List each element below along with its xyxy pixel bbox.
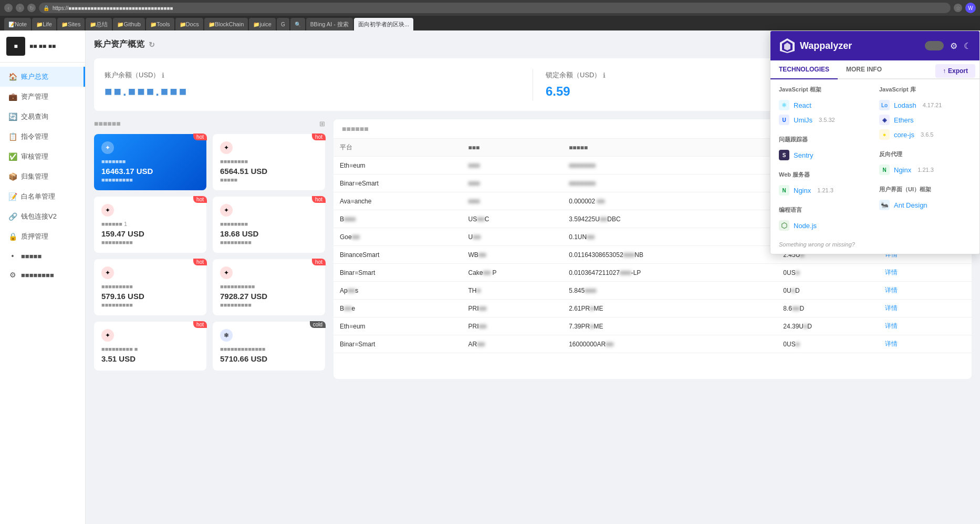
wappalyzer-tab-technologies[interactable]: TECHNOLOGIES — [770, 60, 838, 79]
sentry-link[interactable]: Sentry — [794, 151, 814, 159]
asset-card-5[interactable]: hot ✦ ■■■■■■■■■■ 7928.27 USD ■■■■■■■■■ — [213, 259, 325, 315]
cell-action[interactable]: 详情 — [879, 317, 972, 335]
tab-docs[interactable]: 📁 Docs — [175, 18, 203, 30]
asset-icon: ✦ — [220, 204, 233, 217]
cell-amount: 2.61PR■ME — [562, 300, 777, 317]
nginx-link-left[interactable]: Nginx — [794, 187, 811, 194]
tab-bing[interactable]: B Bing AI - 搜索 — [306, 18, 353, 30]
cell-amount: 0.0103647211027■■■-LP — [562, 264, 777, 282]
back-button[interactable]: ‹ — [4, 4, 13, 12]
asset-sub: ■■■■■■■■■ — [220, 239, 318, 245]
forward-button[interactable]: › — [16, 4, 24, 12]
wappalyzer-export-button[interactable]: ↑ Export — [935, 64, 975, 78]
cell-action[interactable]: 详情 — [879, 300, 972, 317]
cell-platform: Binar■Smart — [333, 264, 462, 282]
sidebar-item-label: 交易查询 — [21, 112, 48, 121]
asset-card-4[interactable]: hot ✦ ■■■■■■■■■ 579.16 USD ■■■■■■■■■ — [94, 259, 206, 315]
cell-balance: 8.6■■D — [777, 300, 878, 317]
ethers-link[interactable]: Ethers — [894, 116, 914, 124]
tab-life[interactable]: 📁 Life — [32, 18, 56, 30]
info-icon: ℹ — [162, 71, 164, 79]
section-title-webserver: Web 服务器 — [779, 171, 871, 179]
sidebar-item-overview[interactable]: 🏠 账户总览 — [0, 67, 85, 87]
wapp-section-webserver: Web 服务器 N Nginx 1.21.3 — [779, 171, 871, 198]
asset-value: 3.51 USD — [101, 354, 199, 363]
cell-action[interactable]: 详情 — [879, 264, 972, 282]
extension-wappalyzer[interactable]: W — [965, 3, 976, 13]
corejs-link[interactable]: core-js — [894, 131, 914, 139]
wappalyzer-settings-button[interactable]: ⚙ — [950, 41, 957, 51]
tab-blockchain-beginner[interactable]: 面向初学者的区块... — [354, 18, 413, 30]
asset-card-7[interactable]: cold ❄ ■■■■■■■■■■■■■ 5710.66 USD — [213, 322, 325, 371]
sidebar-item-review[interactable]: ✅ 审核管理 — [0, 147, 85, 167]
antdesign-link[interactable]: Ant Design — [894, 201, 927, 209]
tab-search[interactable]: 🔍 — [290, 18, 305, 30]
asset-sub: ■■■■■■■■■ — [101, 239, 199, 245]
umijs-link[interactable]: UmiJs — [794, 116, 812, 124]
wappalyzer-toggle[interactable] — [925, 41, 944, 50]
cell-amount: 0.01164308653052■■■NB — [562, 246, 777, 264]
sidebar-item-stake[interactable]: 🔒 质押管理 — [0, 227, 85, 246]
wapp-item-nginx-left: N Nginx 1.21.3 — [779, 183, 871, 198]
refresh-icon[interactable]: ↻ — [149, 40, 155, 49]
asset-card-3[interactable]: hot ✦ ■■■■■■■■ 18.68 USD ■■■■■■■■■ — [213, 197, 325, 253]
asset-value: 579.16 USD — [101, 292, 199, 301]
tab-note[interactable]: 📝 Note — [4, 18, 31, 30]
sidebar-item-whitelist[interactable]: 📝 白名单管理 — [0, 187, 85, 207]
info-icon-locked: ℹ — [603, 71, 606, 79]
asset-card-0[interactable]: hot ✦ ■■■■■■■ 16463.17 USD ■■■■■■■■■ — [94, 134, 206, 190]
asset-card-1[interactable]: hot ✦ ■■■■■■■■ 6564.51 USD ■■■■■ — [213, 134, 325, 190]
sidebar-item-misc[interactable]: • ■■■■■ — [0, 246, 85, 265]
transactions-icon: 🔄 — [8, 112, 17, 121]
sidebar-item-label: 钱包连接V2 — [21, 212, 57, 221]
nodejs-link[interactable]: Node.js — [794, 222, 817, 230]
tab-blockchain[interactable]: 📁 BlockChain — [204, 18, 248, 30]
sidebar-item-label: ■■■■■■■■ — [21, 271, 54, 279]
tab-google[interactable]: G — [277, 18, 289, 30]
wappalyzer-left-col: JavaScript 框架 ⚛ React U UmiJs 3.5.32 问题跟… — [779, 86, 871, 248]
wapp-section-proxy: 反向代理 N Nginx 1.21.3 — [879, 150, 971, 177]
tab-tools[interactable]: 📁 Tools — [146, 18, 174, 30]
grid-icon[interactable]: ⊞ — [319, 120, 325, 128]
asset-card-2[interactable]: hot ✦ ■■■■■■ 1 159.47 USD ■■■■■■■■■ — [94, 197, 206, 253]
cell-platform: Eth■eum — [333, 317, 462, 335]
lodash-version: 4.17.21 — [923, 102, 942, 108]
asset-icon: ✦ — [220, 141, 233, 154]
wappalyzer-close-button[interactable]: ☾ — [964, 41, 971, 51]
sidebar-item-label: 资产管理 — [21, 92, 48, 101]
sidebar-item-collect[interactable]: 📦 归集管理 — [0, 167, 85, 187]
bookmark-button[interactable]: ☆ — [954, 4, 962, 12]
sidebar-item-transactions[interactable]: 🔄 交易查询 — [0, 107, 85, 127]
table-row: Binar■Smart Cake■■ P 0.0103647211027■■■-… — [333, 264, 972, 282]
nginx-link-right[interactable]: Nginx — [894, 166, 911, 174]
browser-chrome: ‹ › ↻ 🔒 https://■■■■■■■■■■■■■■■■■■■■■■■■… — [0, 0, 980, 30]
address-bar[interactable]: 🔒 https://■■■■■■■■■■■■■■■■■■■■■■■■■■■■■■… — [39, 3, 951, 13]
cell-action[interactable]: 详情 — [879, 335, 972, 353]
tab-juice[interactable]: 📁 juice — [249, 18, 276, 30]
wappalyzer-columns: JavaScript 框架 ⚛ React U UmiJs 3.5.32 问题跟… — [779, 86, 971, 248]
cell-token: ■■■ — [462, 174, 563, 192]
cell-token: ■■■ — [462, 157, 563, 174]
wappalyzer-tab-moreinfo[interactable]: MORE INFO — [838, 60, 890, 79]
tab-sites[interactable]: 📁 Sites — [57, 18, 85, 30]
tab-summary[interactable]: 📁 总结 — [86, 18, 112, 30]
sidebar-nav: 🏠 账户总览 💼 资产管理 🔄 交易查询 📋 指令管理 ✅ 审核管理 📦 — [0, 63, 85, 524]
react-link[interactable]: React — [794, 101, 811, 109]
lodash-link[interactable]: Lodash — [894, 101, 916, 109]
sidebar-item-commands[interactable]: 📋 指令管理 — [0, 127, 85, 147]
asset-sub: ■■■■■■■■■ — [101, 177, 199, 183]
sidebar-item-wallet[interactable]: 🔗 钱包连接V2 — [0, 207, 85, 227]
balance-divider — [533, 69, 533, 100]
sidebar-item-assets[interactable]: 💼 资产管理 — [0, 87, 85, 107]
asset-icon: ✦ — [101, 141, 114, 154]
asset-card-6[interactable]: hot ✦ ■■■■■■■■■ ■ 3.51 USD — [94, 322, 206, 371]
col-amount: ■■■■■ — [562, 139, 777, 157]
cell-action[interactable]: 详情 — [879, 282, 972, 300]
asset-name: ■■■■■■■■■■ — [220, 283, 318, 290]
wappalyzer-body: JavaScript 框架 ⚛ React U UmiJs 3.5.32 问题跟… — [770, 79, 979, 254]
tab-github[interactable]: 📁 Github — [113, 18, 144, 30]
sidebar-item-label: 白名单管理 — [21, 192, 55, 201]
reload-button[interactable]: ↻ — [27, 4, 36, 12]
sidebar-item-settings[interactable]: ⚙ ■■■■■■■■ — [0, 265, 85, 284]
antdesign-icon: 🐜 — [879, 200, 890, 210]
